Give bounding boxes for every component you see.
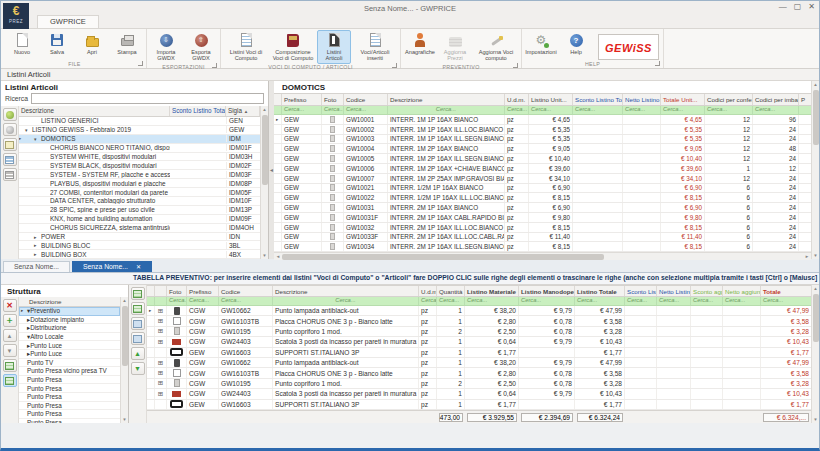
scroll-up-icon[interactable]: ▲: [813, 81, 817, 88]
col-descrizione[interactable]: Descrizione: [19, 106, 170, 116]
filter-sconto-agg[interactable]: Cerca...: [691, 297, 723, 305]
filter-netto-agg[interactable]: Cerca...: [723, 297, 761, 305]
minimize-button[interactable]: —: [779, 2, 787, 12]
insert-row-button[interactable]: [131, 302, 145, 315]
col-foto[interactable]: Foto: [167, 286, 187, 296]
col-quantita[interactable]: Quantità: [437, 286, 465, 296]
duplicate-rows-button[interactable]: [131, 332, 145, 345]
struttura-row[interactable]: ▸ Distribuzione: [19, 324, 120, 333]
listino-tree-row[interactable]: 28 SPIC, spine e prese per uso civile ID…: [19, 206, 260, 215]
struttura-row[interactable]: Punto TV: [19, 359, 120, 368]
filter-materiale[interactable]: Cerca...: [465, 297, 519, 305]
stampa-button[interactable]: Stampa: [110, 30, 144, 57]
domotics-row[interactable]: GEW GW10006 INTERR. 1M 2P 16AX +CHIAVE B…: [274, 164, 811, 174]
col-udm[interactable]: U.d.m.: [505, 94, 529, 105]
col-totale-unitario[interactable]: Totale Unit...: [661, 94, 705, 105]
preventivo-row[interactable]: ⊞ CGW GW24403 Scatola 3 posti da incasso…: [147, 337, 811, 347]
filter-prefisso[interactable]: Cerca...: [187, 297, 219, 305]
col-listino-unitario[interactable]: Listino Unit...: [529, 94, 573, 105]
preventivo-row[interactable]: ⊞ CGW GW10662 Punto lampada antiblack-ou…: [147, 358, 811, 368]
col-netto-listino[interactable]: Netto Listino: [623, 94, 661, 105]
col-udm[interactable]: U.d.m.: [419, 286, 437, 296]
close-tab-icon[interactable]: ✕: [136, 263, 141, 270]
app-logo[interactable]: € PREZ: [3, 3, 29, 29]
struttura-row[interactable]: ▸ ▾ Preventivo: [19, 307, 120, 316]
col-sconto-listino[interactable]: Sconto List...: [625, 286, 657, 296]
expand-box-icon[interactable]: ⊞: [155, 316, 167, 325]
scroll-down-icon[interactable]: ▼: [813, 252, 817, 259]
scroll-up-icon[interactable]: ▲: [813, 285, 817, 292]
filter-totale[interactable]: Cerca...: [761, 297, 811, 305]
expand-structure-button[interactable]: [3, 359, 17, 372]
ricerca-input[interactable]: [31, 93, 264, 104]
col-prefisso[interactable]: Prefisso: [282, 94, 322, 105]
col-sconto-aggiuntivo[interactable]: Sconto agg...: [691, 286, 723, 296]
domotics-row[interactable]: GEW GW10007 INTERR. 1M 2P 25AX IMP.GRAVO…: [274, 174, 811, 184]
filter-sconto[interactable]: Cerca...: [573, 106, 623, 114]
scroll-thumb[interactable]: [262, 115, 268, 185]
listino-tree-row[interactable]: ▸ POWER IDN: [19, 233, 260, 242]
scroll-thumb[interactable]: [122, 306, 128, 366]
delete-node-button[interactable]: ✕: [3, 299, 17, 312]
tab-senza-nome-2[interactable]: Senza Nome... ✕: [72, 261, 152, 272]
filter-quantita[interactable]: Cerca...: [437, 297, 465, 305]
preventivo-row[interactable]: GEW GW16603 SUPPORTI ST.ITALIANO 3P pz 1…: [147, 348, 811, 358]
col-codice[interactable]: Codice: [344, 94, 388, 105]
filter-foto[interactable]: Cerca...: [167, 297, 187, 305]
filter-prefisso[interactable]: Cerca...: [282, 106, 322, 114]
listino-tree-row[interactable]: PLAYBUS, dispositivi modulari e placche …: [19, 179, 260, 188]
domotics-row[interactable]: GEW GW10031F INTERR. 2M 1P 16AX CABL.RAP…: [274, 213, 811, 223]
scroll-thumb[interactable]: [282, 254, 604, 260]
voci-articoli-inseriti-button[interactable]: Voci/Articoli inseriti: [352, 30, 398, 64]
domotics-row[interactable]: GEW GW10034 INTERR. 2M 1P 16AX ILL.SEGN.…: [274, 242, 811, 252]
scroll-down-icon[interactable]: ▼: [813, 416, 817, 423]
col-sconto-listino-totale[interactable]: Sconto Listino Totale: [573, 94, 623, 105]
expand-box-icon[interactable]: [155, 400, 167, 409]
col-descrizione[interactable]: Descrizione: [273, 286, 419, 296]
col-descrizione[interactable]: Descrizione: [388, 94, 505, 105]
filter-listino[interactable]: Cerca...: [529, 106, 573, 114]
domotics-row[interactable]: ▸ GEW GW10001 INTERR. 1M 1P 16AX BIANCO …: [274, 115, 811, 125]
col-foto[interactable]: Foto: [322, 94, 344, 105]
scroll-down-icon[interactable]: ▼: [122, 416, 126, 423]
filter-codice[interactable]: Cerca...: [344, 106, 388, 114]
add-node-button[interactable]: ＋: [3, 314, 17, 327]
tree-expander-icon[interactable]: ▸: [34, 242, 41, 248]
dialog-launcher-icon[interactable]: [655, 61, 660, 66]
filter-udm[interactable]: Cerca...: [505, 106, 529, 114]
domotics-vertical-scrollbar[interactable]: ▲ ▼: [811, 81, 819, 259]
aggiorna-voci-computo-button[interactable]: Aggiorna Voci computo: [473, 30, 519, 64]
tree-expander-icon[interactable]: ▸: [34, 234, 41, 240]
listino-tree-row[interactable]: SYSTEM BLACK, dispositivi modulari IDM02…: [19, 161, 260, 170]
col-listino-materiale[interactable]: Listino Materiale: [465, 286, 519, 296]
listino-tree-row[interactable]: ▾ LISTINO GEWISS - Febbraio 2019 GEW: [19, 126, 260, 135]
help-button[interactable]: ? Help: [559, 30, 593, 57]
struttura-vertical-scrollbar[interactable]: ▲ ▼: [120, 297, 128, 423]
listino-tree-row[interactable]: ▸ ▾ DOMOTICS IDM: [19, 135, 260, 144]
preventivo-row[interactable]: GEW GW16603 SUPPORTI ST.ITALIANO 3P pz 1…: [147, 400, 811, 410]
struttura-row[interactable]: Punto Presa: [19, 419, 120, 423]
preventivo-vertical-scrollbar[interactable]: ▲ ▼: [811, 285, 819, 423]
col-codici-imballo[interactable]: Codici per imballo: [753, 94, 799, 105]
struttura-row[interactable]: Punto Presa: [19, 376, 120, 385]
listino-tree-row[interactable]: ▸ BUILDING BLOC 3BL: [19, 241, 260, 250]
move-node-down-button[interactable]: ▼: [3, 344, 17, 357]
col-sconto-listino-totale[interactable]: Sconto Listino Totale: [170, 106, 226, 116]
filter-listino-totale[interactable]: Cerca...: [575, 297, 625, 305]
expand-box-icon[interactable]: [155, 348, 167, 357]
filter-descrizione[interactable]: Cerca...: [273, 297, 419, 305]
listini-voci-computo-button[interactable]: Listini Voci di Computo: [223, 30, 269, 64]
filter-netto[interactable]: Cerca...: [623, 106, 661, 114]
dialog-launcher-icon[interactable]: [212, 63, 217, 68]
domotics-row[interactable]: GEW GW10031 INTERR. 2M 1P 16AX BIANCO pz…: [274, 203, 811, 213]
filter-netto[interactable]: Cerca...: [657, 297, 691, 305]
domotics-row[interactable]: GEW GW10003 INTERR. 1M 1P 16AX ILL.SEGN.…: [274, 135, 811, 145]
struttura-row[interactable]: Punto Presa: [19, 410, 120, 419]
listino-tree-row[interactable]: KNX, home and building automation IDM09F: [19, 215, 260, 224]
show-table-button[interactable]: [3, 374, 17, 387]
listino-tree-row[interactable]: LISTINO GENERICI GEN: [19, 117, 260, 126]
expand-box-icon[interactable]: ⊞: [155, 379, 167, 388]
tab-senza-nome-1[interactable]: Senza Nome...: [3, 261, 70, 272]
dialog-launcher-icon[interactable]: [138, 61, 143, 66]
scroll-right-icon[interactable]: ►: [803, 254, 811, 259]
